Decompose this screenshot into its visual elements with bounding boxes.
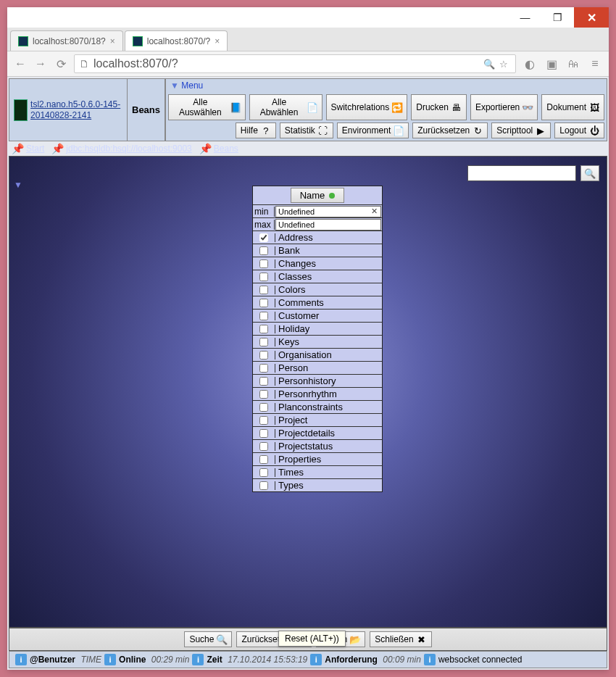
breadcrumb-item: 📌Beans [199, 143, 238, 154]
contrast-icon[interactable]: ◐ [522, 57, 538, 71]
row-checkbox-cell [253, 416, 275, 425]
translate-icon[interactable]: 🗛 [565, 57, 581, 70]
row-checkbox[interactable] [259, 416, 268, 425]
row-checkbox[interactable] [259, 338, 268, 346]
statistic-icon: ⛶ [318, 125, 328, 136]
row-checkbox[interactable] [259, 364, 268, 373]
forward-button[interactable]: → [33, 57, 48, 70]
browser-tabstrip: localhost:8070/18?×localhost:8070/?× [7, 28, 609, 51]
logo-link[interactable]: tsl2.nano.h5-0.6.0-145-20140828-2141 [30, 99, 122, 120]
row-checkbox[interactable] [259, 259, 268, 268]
row-checkbox[interactable] [259, 299, 268, 307]
breadcrumb-link[interactable]: Start [26, 144, 44, 154]
table-row[interactable]: Person [253, 361, 382, 374]
table-row[interactable]: Times [253, 465, 382, 478]
window-maximize-button[interactable]: ❐ [541, 7, 574, 28]
table-row[interactable]: Project [253, 413, 382, 426]
row-checkbox[interactable] [259, 233, 268, 242]
row-checkbox[interactable] [259, 351, 268, 360]
app-window: — ❐ ✕ localhost:8070/18?×localhost:8070/… [7, 7, 609, 670]
tab-close-icon[interactable]: × [215, 36, 220, 46]
row-checkbox[interactable] [259, 455, 268, 464]
table-row[interactable]: Holiday [253, 322, 382, 335]
statistic-button[interactable]: Statistik⛶ [280, 122, 333, 138]
row-checkbox[interactable] [259, 286, 268, 294]
row-checkbox[interactable] [259, 468, 268, 477]
logout-button[interactable]: Logout⏻ [554, 122, 604, 138]
export-button[interactable]: Exportieren👓 [470, 94, 538, 120]
breadcrumb-link[interactable]: jdbc:hsqldb:hsql://localhost:9003 [66, 144, 191, 154]
environment-button[interactable]: Environment📄 [337, 122, 409, 138]
search-button[interactable]: Suche🔍 [184, 631, 232, 647]
window-close-button[interactable]: ✕ [574, 7, 609, 28]
row-checkbox[interactable] [259, 481, 268, 490]
search-icon: 🔍 [217, 634, 227, 644]
table-row[interactable]: Organisation [253, 348, 382, 361]
table-row[interactable]: Classes [253, 270, 382, 283]
row-checkbox[interactable] [259, 246, 268, 255]
collapse-triangle-icon[interactable]: ▼ [14, 180, 22, 190]
info-icon: i [192, 654, 204, 665]
environment-icon: 📄 [394, 125, 404, 136]
table-row[interactable]: Personhistory [253, 374, 382, 387]
close-button[interactable]: Schließen✖ [370, 631, 431, 647]
table-row[interactable]: Planconstraints [253, 400, 382, 413]
reload-button[interactable]: ⟳ [54, 57, 68, 71]
address-bar[interactable]: 🗋 localhost:8070/? 🔍 ☆ [74, 54, 516, 73]
window-minimize-button[interactable]: — [509, 7, 541, 28]
table-row[interactable]: Types [253, 478, 382, 491]
search-in-page-icon[interactable]: 🔍 [482, 59, 496, 70]
breadcrumb-link[interactable]: Beans [214, 144, 238, 154]
help-button[interactable]: Hilfe? [236, 122, 276, 138]
print-icon: 🖶 [451, 102, 462, 112]
table-row[interactable]: Projectdetails [253, 426, 382, 439]
table-row[interactable]: Changes [253, 257, 382, 270]
switch-relations-button[interactable]: Switchrelations🔁 [326, 94, 408, 120]
table-row[interactable]: Keys [253, 335, 382, 348]
document-button[interactable]: Dokument🖼 [541, 94, 604, 120]
table-row[interactable]: Address [253, 230, 382, 244]
max-input[interactable] [275, 219, 381, 230]
row-checkbox-cell [253, 338, 275, 346]
table-row[interactable]: Colors [253, 283, 382, 296]
print-button[interactable]: Drucken🖶 [411, 94, 467, 120]
row-checkbox[interactable] [259, 390, 268, 399]
table-row[interactable]: Comments [253, 296, 382, 309]
green-dot-icon [329, 193, 335, 199]
select-all-button[interactable]: Alle Auswählen📘 [168, 94, 246, 120]
row-label: Colors [275, 284, 382, 295]
deselect-all-button[interactable]: Alle Abwählen📄 [249, 94, 322, 120]
menu-toggle[interactable]: ▼ Menu [166, 79, 607, 92]
row-checkbox[interactable] [259, 325, 268, 333]
row-checkbox-cell [253, 259, 275, 268]
hamburger-menu-icon[interactable]: ≡ [587, 57, 603, 70]
max-row: max [253, 217, 382, 230]
row-checkbox[interactable] [259, 377, 268, 386]
reset-button[interactable]: Zurücksetzen↻ [412, 122, 488, 138]
row-checkbox[interactable] [259, 312, 268, 320]
tab-close-icon[interactable]: × [110, 36, 115, 46]
table-row[interactable]: Personrhythm [253, 387, 382, 400]
search-button-top[interactable]: 🔍 [580, 165, 599, 181]
table-row[interactable]: Customer [253, 309, 382, 322]
browser-tab[interactable]: localhost:8070/18?× [10, 30, 123, 51]
favicon-icon [133, 36, 143, 46]
browser-tab[interactable]: localhost:8070/?× [125, 30, 228, 51]
row-checkbox[interactable] [259, 273, 268, 281]
row-checkbox[interactable] [259, 442, 268, 451]
search-input-top[interactable] [467, 165, 576, 181]
column-name-button[interactable]: Name [291, 188, 345, 203]
clear-min-icon[interactable]: ✕ [371, 207, 378, 216]
row-checkbox-cell [253, 455, 275, 464]
min-input[interactable] [275, 206, 381, 217]
bookmark-icon[interactable]: ☆ [496, 59, 511, 70]
table-row[interactable]: Projectstatus [253, 439, 382, 452]
row-checkbox[interactable] [259, 429, 268, 438]
cast-icon[interactable]: ▣ [544, 57, 559, 71]
scripttool-button[interactable]: Scripttool▶ [491, 122, 551, 138]
row-checkbox-cell [253, 246, 275, 255]
table-row[interactable]: Properties [253, 452, 382, 465]
table-row[interactable]: Bank [253, 244, 382, 257]
back-button[interactable]: ← [13, 57, 28, 70]
row-checkbox[interactable] [259, 403, 268, 412]
